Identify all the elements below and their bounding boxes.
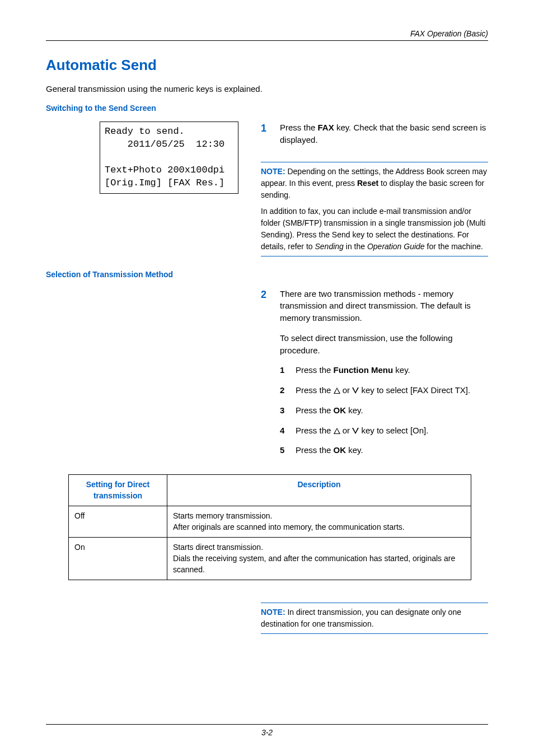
lcd-line: [Orig.Img] [FAX Res.]	[105, 178, 224, 188]
table-row: On Starts direct transmission. Dials the…	[69, 538, 471, 580]
table-cell: Off	[69, 506, 167, 538]
table-cell: Starts memory transmission. After origin…	[167, 506, 471, 538]
table-header: Setting for Direct transmission	[69, 475, 167, 506]
lcd-screen: Ready to send. 2011/05/25 12:30 Text+Pho…	[100, 122, 238, 194]
step-number: 2	[261, 288, 280, 465]
up-arrow-icon	[334, 388, 340, 394]
substep: 5 Press the OK key.	[280, 444, 488, 456]
substep: 2 Press the or key to select [FAX Direct…	[280, 384, 488, 396]
substep: 4 Press the or key to select [On].	[280, 424, 488, 437]
step-number: 1	[261, 122, 280, 154]
substep: 1 Press the Function Menu key.	[280, 364, 488, 376]
note-block: NOTE: Depending on the settings, the Add…	[261, 162, 488, 256]
lcd-line: 2011/05/25 12:30	[105, 139, 224, 150]
step-body: There are two transmission methods - mem…	[280, 288, 488, 465]
page-title: Automatic Send	[46, 57, 488, 74]
table-cell: Starts direct transmission. Dials the re…	[167, 538, 471, 580]
page-number: 3-2	[46, 728, 488, 737]
settings-table: Setting for Direct transmission Descript…	[68, 474, 471, 580]
intro-text: General transmission using the numeric k…	[46, 84, 488, 94]
subhead-switching: Switching to the Send Screen	[46, 104, 488, 113]
down-arrow-icon	[352, 388, 359, 394]
step-body: Press the FAX key. Check that the basic …	[280, 122, 488, 154]
table-header-row: Setting for Direct transmission Descript…	[69, 475, 471, 506]
note-block: NOTE: In direct transmission, you can de…	[261, 603, 488, 634]
lcd-line: Text+Photo 200x100dpi	[105, 165, 224, 175]
down-arrow-icon	[352, 428, 359, 434]
running-header: FAX Operation (Basic)	[46, 29, 488, 38]
subhead-transmission-method: Selection of Transmission Method	[46, 270, 488, 279]
table-header: Description	[167, 475, 471, 506]
top-rule	[46, 40, 488, 41]
note-label: NOTE:	[261, 167, 285, 176]
lcd-line: Ready to send.	[105, 126, 185, 137]
note-label: NOTE:	[261, 608, 285, 617]
bottom-rule	[46, 724, 488, 725]
table-row: Off Starts memory transmission. After or…	[69, 506, 471, 538]
substep: 3 Press the OK key.	[280, 404, 488, 417]
up-arrow-icon	[334, 428, 340, 434]
table-cell: On	[69, 538, 167, 580]
